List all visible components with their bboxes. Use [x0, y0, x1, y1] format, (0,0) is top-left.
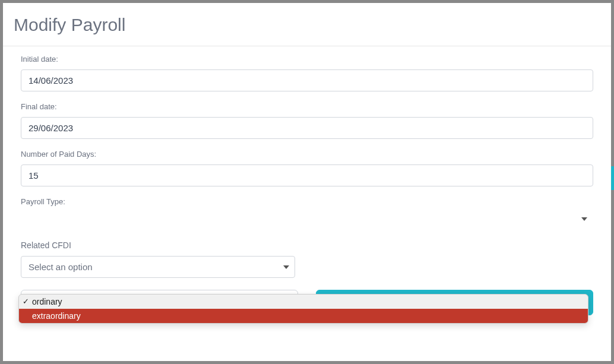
final-date-label: Final date: [21, 102, 593, 111]
chevron-down-icon [581, 217, 587, 221]
related-cfdi-label: Related CFDI [21, 240, 593, 250]
payroll-type-group: Payroll Type: [21, 197, 593, 236]
modal-header: Modify Payroll [3, 3, 611, 46]
payroll-type-option-ordinary[interactable]: ordinary [19, 295, 588, 309]
initial-date-input[interactable] [21, 69, 593, 91]
paid-days-input[interactable] [21, 164, 593, 186]
modal-title: Modify Payroll [14, 15, 600, 35]
related-cfdi-select-wrapper: Select an option [21, 256, 295, 278]
paid-days-group: Number of Paid Days: [21, 150, 593, 186]
modal-body: Initial date: Final date: Number of Paid… [3, 46, 611, 361]
payroll-type-dropdown[interactable]: ordinary extraordinary [18, 294, 588, 324]
payroll-type-option-extraordinary[interactable]: extraordinary [19, 309, 588, 323]
related-cfdi-group: Related CFDI Select an option [21, 240, 593, 278]
paid-days-label: Number of Paid Days: [21, 150, 593, 159]
modify-payroll-modal: Modify Payroll Initial date: Final date:… [3, 3, 611, 361]
related-cfdi-select[interactable]: Select an option [21, 256, 295, 278]
background-accent [611, 166, 614, 190]
payroll-type-label: Payroll Type: [21, 197, 593, 206]
initial-date-label: Initial date: [21, 55, 593, 64]
final-date-input[interactable] [21, 117, 593, 139]
initial-date-group: Initial date: [21, 55, 593, 91]
final-date-group: Final date: [21, 102, 593, 139]
